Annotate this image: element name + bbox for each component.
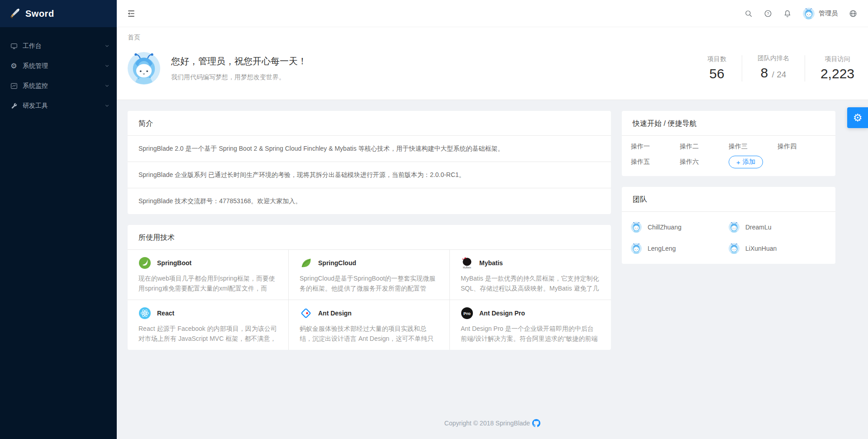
quick-start-title: 快速开始 / 便捷导航 — [622, 111, 835, 136]
springboot-icon — [138, 257, 151, 269]
monitor-icon — [10, 43, 18, 50]
add-action-button[interactable]: + 添加 — [729, 156, 763, 168]
intro-paragraph: SpringBlade 技术交流群号：477853168。欢迎大家加入。 — [128, 188, 611, 214]
welcome-band: 首页 您好，管理员，祝您开心每一天！ 我们用代码编写梦想，用梦想改变世界。 项目… — [117, 27, 868, 100]
menu-fold-icon[interactable] — [127, 9, 137, 19]
member-name: DreamLu — [745, 224, 772, 231]
tech-desc: React 起源于 Facebook 的内部项目，因为该公司对市场上所有 Jav… — [138, 324, 277, 344]
breadcrumb[interactable]: 首页 — [128, 33, 140, 42]
tech-desc: SpringCloud是基于SpringBoot的一整套实现微服务的框架。他提供… — [300, 273, 439, 293]
svg-text:Pro: Pro — [463, 311, 471, 316]
tech-desc: 现在的web项目几乎都会用到spring框架，而要使用spring难免需要配置大… — [138, 273, 277, 293]
intro-paragraph: SpringBlade 企业版系列 已通过长时间生产环境的考验，现将其拆分出基础… — [128, 162, 611, 188]
stat-suffix: / 24 — [772, 70, 787, 79]
tech-cell-react[interactable]: React React 起源于 Facebook 的内部项目，因为该公司对市场上… — [128, 300, 289, 350]
tech-desc: MyBatis 是一款优秀的持久层框架，它支持定制化 SQL、存储过程以及高级映… — [461, 273, 600, 293]
tech-cell-springcloud[interactable]: SpringCloud SpringCloud是基于SpringBoot的一整套… — [289, 250, 450, 300]
app-logo[interactable]: Sword — [0, 0, 117, 27]
svg-text:?: ? — [767, 12, 769, 16]
settings-drawer-button[interactable]: ⚙ — [847, 107, 868, 128]
tech-name: React — [157, 310, 174, 317]
stat-value: 2,223 — [820, 66, 854, 82]
tech-cell-antdesignpro[interactable]: Pro Ant Design Pro Ant Design Pro 是一个企业级… — [450, 300, 611, 350]
stat-label: 项目数 — [707, 55, 726, 63]
chevron-down-icon — [105, 82, 110, 90]
react-icon — [138, 307, 151, 320]
team-member[interactable]: LiXunHuan — [729, 243, 826, 254]
quick-action-4[interactable]: 操作四 — [777, 143, 826, 151]
quick-actions: 操作一 操作二 操作三 操作四 操作五 操作六 + 添加 — [622, 136, 835, 176]
team-member[interactable]: DreamLu — [729, 222, 826, 233]
globe-icon[interactable] — [849, 10, 857, 18]
quick-action-3[interactable]: 操作三 — [729, 143, 777, 151]
search-icon[interactable] — [744, 10, 753, 18]
sidebar-item-system-admin[interactable]: ⚙ 系统管理 — [0, 56, 117, 76]
bell-icon[interactable] — [783, 10, 792, 18]
topbar: ? 管理员 — [117, 0, 868, 27]
tech-desc: 蚂蚁金服体验技术部经过大量的项目实践和总结，沉淀出设计语言 Ant Design… — [300, 324, 439, 344]
welcome-title: 您好，管理员，祝您开心每一天！ — [171, 55, 307, 67]
app-title: Sword — [25, 9, 54, 19]
sidebar-item-workbench[interactable]: 工作台 — [0, 36, 117, 56]
tech-name: Ant Design Pro — [479, 310, 525, 317]
quick-action-5[interactable]: 操作五 — [631, 158, 680, 166]
footer: Copyright © 2018 SpringBlade — [117, 419, 868, 427]
tech-card: 所使用技术 SpringBoot 现在的web项目几乎都会用到spring框架，… — [128, 225, 611, 350]
header-stats: 项目数 56 团队内排名 8 / 24 项目访问 2,223 — [692, 54, 857, 83]
tech-card-title: 所使用技术 — [128, 225, 611, 250]
tech-cell-springboot[interactable]: SpringBoot 现在的web项目几乎都会用到spring框架，而要使用sp… — [128, 250, 289, 300]
springcloud-icon — [300, 257, 312, 269]
quick-action-2[interactable]: 操作二 — [680, 143, 729, 151]
team-member[interactable]: LengLeng — [631, 243, 729, 254]
quick-action-6[interactable]: 操作六 — [680, 158, 729, 166]
github-icon[interactable] — [532, 419, 540, 427]
svg-text:MyBatis: MyBatis — [463, 266, 471, 269]
tech-cell-mybatis[interactable]: MyBatis Mybatis MyBatis 是一款优秀的持久层框架，它支持定… — [450, 250, 611, 300]
user-menu[interactable]: 管理员 — [803, 8, 838, 19]
team-card: 团队 ChillZhuang DreamLu LengLeng — [622, 187, 835, 264]
tech-cell-antdesign[interactable]: Ant Design 蚂蚁金服体验技术部经过大量的项目实践和总结，沉淀出设计语言… — [289, 300, 450, 350]
gear-icon: ⚙ — [853, 113, 863, 123]
intro-card: 简介 SpringBlade 2.0 是一个基于 Spring Boot 2 &… — [128, 111, 611, 214]
mybatis-icon: MyBatis — [461, 257, 473, 269]
team-card-title: 团队 — [622, 187, 835, 212]
help-icon[interactable]: ? — [764, 10, 772, 18]
tech-desc: Ant Design Pro 是一个企业级开箱即用的中后台前端/设计解决方案。符… — [461, 324, 600, 344]
stat-value: 56 — [707, 66, 726, 82]
chevron-down-icon — [105, 102, 110, 110]
intro-card-title: 简介 — [128, 111, 611, 136]
ant-design-pro-icon: Pro — [461, 307, 473, 320]
avatar — [803, 8, 815, 19]
tech-name: Mybatis — [479, 259, 503, 267]
stat-value: 8 / 24 — [758, 65, 789, 83]
sidebar-item-dev-tools[interactable]: 研发工具 — [0, 96, 117, 116]
chevron-down-icon — [105, 62, 110, 70]
team-member[interactable]: ChillZhuang — [631, 222, 729, 233]
line-chart-icon — [10, 82, 18, 90]
stat-projects: 项目数 56 — [692, 55, 742, 82]
quick-action-1[interactable]: 操作一 — [631, 143, 680, 151]
copyright-text: Copyright © 2018 SpringBlade — [444, 420, 530, 427]
wrench-icon — [10, 102, 18, 110]
avatar — [729, 222, 739, 233]
sidebar-item-label: 系统管理 — [23, 62, 105, 70]
add-button-label: 添加 — [743, 158, 755, 166]
avatar — [631, 243, 642, 254]
username: 管理员 — [819, 10, 838, 18]
tech-name: SpringBoot — [157, 259, 191, 267]
stat-label: 项目访问 — [820, 55, 854, 63]
intro-paragraph: SpringBlade 2.0 是一个基于 Spring Boot 2 & Sp… — [128, 136, 611, 162]
avatar — [729, 243, 739, 254]
stat-project-visits: 项目访问 2,223 — [805, 55, 857, 82]
sidebar: Sword 工作台 ⚙ 系统管理 系统监控 研发工具 — [0, 0, 117, 439]
sidebar-item-system-monitor[interactable]: 系统监控 — [0, 76, 117, 96]
sidebar-item-label: 系统监控 — [23, 82, 105, 90]
member-name: LengLeng — [648, 245, 676, 252]
welcome-subtitle: 我们用代码编写梦想，用梦想改变世界。 — [171, 73, 307, 81]
quick-start-card: 快速开始 / 便捷导航 操作一 操作二 操作三 操作四 操作五 操作六 + 添加 — [622, 111, 835, 176]
content: 简介 SpringBlade 2.0 是一个基于 Spring Boot 2 &… — [117, 100, 868, 439]
plus-icon: + — [736, 159, 740, 166]
member-name: ChillZhuang — [648, 224, 682, 231]
team-members: ChillZhuang DreamLu LengLeng LiXunH — [622, 212, 835, 264]
sidebar-item-label: 工作台 — [23, 42, 105, 50]
